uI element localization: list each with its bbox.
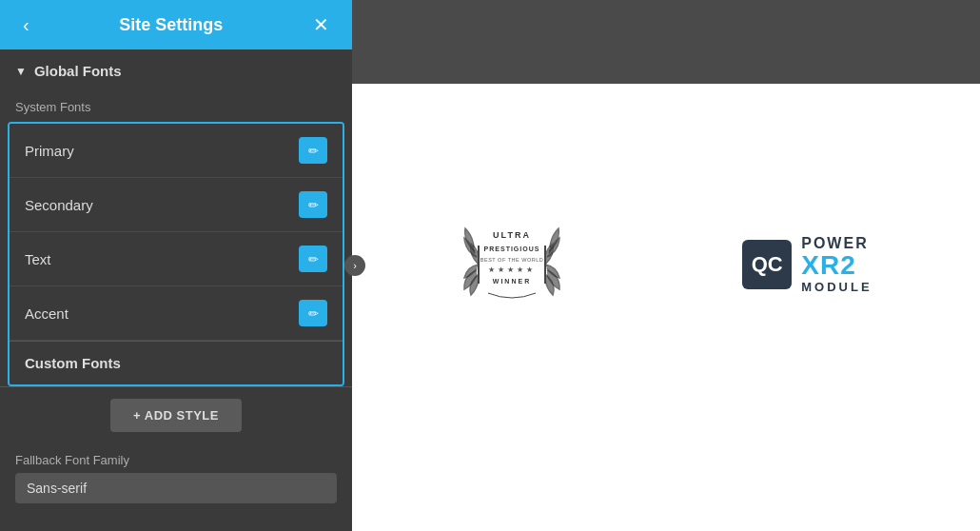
add-style-button[interactable]: + ADD STYLE bbox=[110, 399, 242, 432]
qc-power-text: POWER bbox=[801, 235, 872, 252]
main-white-area: ULTRA PRESTIGIOUS BEST OF THE WORLD ★★★★… bbox=[352, 84, 980, 445]
sidebar: ‹ Site Settings ✕ ▼ Global Fonts System … bbox=[0, 0, 352, 531]
sidebar-content: ▼ Global Fonts System Fonts Primary ✏ Se… bbox=[0, 49, 352, 531]
edit-icon: ✏ bbox=[308, 252, 319, 266]
svg-text:★★★★★: ★★★★★ bbox=[488, 266, 536, 274]
collapse-icon: › bbox=[353, 260, 357, 271]
font-primary-label: Primary bbox=[25, 143, 74, 159]
font-secondary-label: Secondary bbox=[25, 197, 93, 213]
fallback-input[interactable] bbox=[15, 473, 337, 503]
award-badge: ULTRA PRESTIGIOUS BEST OF THE WORLD ★★★★… bbox=[460, 207, 564, 322]
edit-text-button[interactable]: ✏ bbox=[299, 246, 327, 272]
edit-icon: ✏ bbox=[308, 306, 319, 321]
close-button[interactable]: ✕ bbox=[305, 10, 337, 40]
fallback-section: Fallback Font Family bbox=[0, 443, 352, 513]
fallback-label: Fallback Font Family bbox=[15, 453, 337, 467]
qc-xr2-text: XR2 bbox=[801, 251, 872, 281]
svg-text:WINNER: WINNER bbox=[493, 278, 531, 285]
qc-text: POWER XR2 MODULE bbox=[801, 235, 872, 295]
main-dark-header bbox=[352, 0, 980, 84]
edit-accent-button[interactable]: ✏ bbox=[299, 300, 327, 326]
edit-secondary-button[interactable]: ✏ bbox=[299, 191, 327, 218]
qc-module-text: MODULE bbox=[801, 281, 872, 294]
svg-text:ULTRA: ULTRA bbox=[493, 230, 531, 240]
qc-box: QC bbox=[742, 240, 792, 289]
qc-logo: QC POWER XR2 MODULE bbox=[742, 235, 872, 295]
page-title: Site Settings bbox=[37, 15, 305, 35]
font-item-text[interactable]: Text ✏ bbox=[10, 232, 343, 286]
font-accent-label: Accent bbox=[25, 305, 69, 322]
system-fonts-label: System Fonts bbox=[0, 92, 352, 122]
edit-primary-button[interactable]: ✏ bbox=[299, 137, 327, 164]
add-style-area: + ADD STYLE bbox=[0, 386, 352, 443]
custom-fonts-label: Custom Fonts bbox=[25, 355, 121, 371]
back-button[interactable]: ‹ bbox=[15, 10, 37, 40]
edit-icon: ✏ bbox=[308, 144, 319, 158]
sidebar-header: ‹ Site Settings ✕ bbox=[0, 0, 352, 49]
font-item-primary[interactable]: Primary ✏ bbox=[10, 124, 343, 178]
edit-icon: ✏ bbox=[308, 198, 319, 212]
main-content: ULTRA PRESTIGIOUS BEST OF THE WORLD ★★★★… bbox=[352, 0, 980, 531]
global-fonts-label: Global Fonts bbox=[34, 63, 122, 79]
font-item-secondary[interactable]: Secondary ✏ bbox=[10, 178, 343, 232]
svg-text:PRESTIGIOUS: PRESTIGIOUS bbox=[484, 246, 540, 252]
svg-text:BEST OF THE WORLD: BEST OF THE WORLD bbox=[480, 257, 543, 263]
award-svg: ULTRA PRESTIGIOUS BEST OF THE WORLD ★★★★… bbox=[460, 207, 564, 322]
font-text-label: Text bbox=[25, 251, 51, 267]
custom-fonts-item: Custom Fonts bbox=[10, 341, 343, 384]
chevron-down-icon: ▼ bbox=[15, 65, 27, 78]
font-item-accent[interactable]: Accent ✏ bbox=[10, 286, 343, 341]
font-items-box: Primary ✏ Secondary ✏ Text ✏ Accent bbox=[8, 122, 344, 386]
collapse-handle[interactable]: › bbox=[344, 255, 365, 276]
global-fonts-section[interactable]: ▼ Global Fonts bbox=[0, 49, 352, 92]
